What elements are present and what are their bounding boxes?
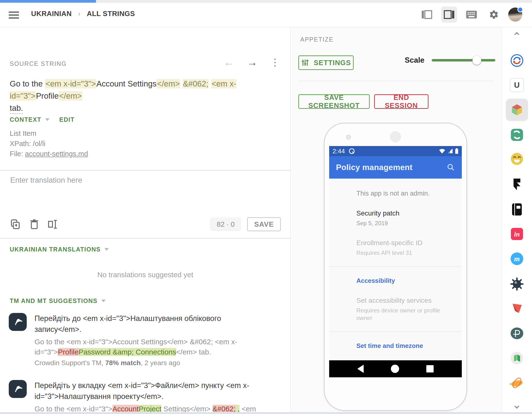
panel-right-layout-icon[interactable]: [441, 7, 457, 23]
integrations-rail: ⌃ U in m: [501, 27, 532, 414]
ukrainian-translations-header[interactable]: UKRAINIAN TRANSLATIONS: [10, 246, 109, 253]
policy-item-subtitle: Sep 5, 2019: [356, 219, 454, 227]
appetize-panel: APPETIZE SETTINGS Scale SAVE SCREENSHOT …: [291, 27, 501, 412]
flag-icon[interactable]: [505, 296, 529, 320]
home-icon[interactable]: [391, 365, 399, 373]
wifi-icon: [439, 148, 445, 154]
appetize-cube-icon[interactable]: [506, 99, 528, 121]
loading-strip: [0, 0, 532, 3]
chevron-down-icon: [104, 248, 109, 251]
app-title: Policy management: [336, 163, 412, 172]
policy-item-subtitle: Requires device owner or profile owner: [356, 307, 454, 322]
invision-icon[interactable]: in: [505, 222, 529, 246]
policy-item[interactable]: Set accessibility servicesRequires devic…: [356, 296, 454, 322]
chevron-down-icon: [45, 118, 49, 121]
crowdin-tm-icon: [9, 380, 27, 398]
divider: [298, 81, 494, 81]
svg-text:in: in: [514, 230, 520, 238]
chevron-down-icon: [101, 299, 106, 302]
section-header[interactable]: Accessibility: [356, 277, 454, 285]
scale-slider-thumb[interactable]: [473, 56, 481, 65]
end-session-button[interactable]: END SESSION: [374, 94, 428, 109]
no-translations-message: No translations suggested yet: [0, 271, 291, 279]
marvel-icon[interactable]: m: [505, 247, 529, 270]
policy-item[interactable]: Enrollment-specific IDRequires API level…: [356, 239, 454, 257]
loading-progress-bar: [0, 0, 96, 3]
breadcrumb: UKRAINIAN › ALL STRINGS: [31, 10, 135, 18]
status-bar: 2:44: [329, 146, 462, 156]
save-button[interactable]: SAVE: [247, 217, 281, 231]
save-screenshot-button[interactable]: SAVE SCREENSHOT: [298, 94, 370, 109]
section-header[interactable]: Set time and timezone: [356, 342, 454, 350]
context-edit-button[interactable]: EDIT: [59, 116, 75, 123]
editor-panel: SOURCE STRING ← → ⋮ Go to the <em x-id="…: [0, 27, 291, 412]
collapse-down-icon[interactable]: ⌄: [505, 393, 529, 414]
collapse-up-icon[interactable]: ⌃: [505, 25, 529, 48]
u-app-icon[interactable]: U: [505, 73, 529, 97]
book-icon[interactable]: [505, 198, 529, 221]
sliders-icon: [301, 58, 309, 67]
gear-icon[interactable]: [486, 7, 502, 23]
suggestion-target-text: Перейдіть у вкладку <em x-id="3">Файли</…: [35, 380, 280, 402]
divider: [0, 238, 291, 239]
tm-suggestion[interactable]: Перейдіть до <em x-id="3">Налаштування о…: [9, 313, 280, 367]
breadcrumb-strings[interactable]: ALL STRINGS: [87, 10, 135, 18]
char-word-counter: 82 · 0: [210, 217, 241, 231]
copy-source-icon[interactable]: [10, 219, 21, 230]
scale-slider[interactable]: [432, 59, 495, 61]
android-q-icon: [348, 148, 355, 154]
admin-note: This app is not an admin.: [356, 190, 454, 197]
camera-dot: [346, 135, 351, 140]
capture-icon[interactable]: [505, 123, 529, 146]
context-type: List Item: [10, 128, 88, 138]
device-emulator: 2:44 Policy management This app is not a…: [324, 123, 467, 411]
cell-signal-icon: [447, 148, 453, 154]
list-divider: [329, 331, 462, 332]
sync-icon[interactable]: [505, 49, 529, 72]
delete-icon[interactable]: [29, 219, 40, 230]
context-file-link[interactable]: account-settings.md: [25, 150, 88, 158]
svg-text:m: m: [514, 255, 520, 263]
appetize-settings-button[interactable]: SETTINGS: [298, 55, 354, 70]
keyboard-icon[interactable]: [464, 7, 480, 23]
framer-icon[interactable]: [505, 173, 529, 196]
tm-suggestions-header[interactable]: TM AND MT SUGGESTIONS: [10, 297, 106, 304]
mine-icon[interactable]: [505, 272, 529, 296]
next-string-icon[interactable]: →: [247, 57, 257, 67]
app-bar: Policy management: [329, 156, 462, 179]
context-file: File: account-settings.md: [10, 149, 88, 159]
policy-item-title: Enrollment-specific ID: [356, 239, 454, 247]
context-toggle[interactable]: CONTEXT: [10, 116, 49, 123]
appetize-label: APPETIZE: [300, 36, 333, 43]
policy-item[interactable]: Security patchSep 5, 2019: [356, 209, 454, 227]
back-icon[interactable]: [357, 365, 364, 373]
suggestion-target-text: Перейдіть до <em x-id="3">Налаштування о…: [35, 313, 280, 335]
chevron-right-icon: ›: [78, 10, 80, 18]
more-options-icon[interactable]: ⋮: [270, 57, 280, 67]
menu-icon[interactable]: [9, 10, 19, 20]
avatar[interactable]: [508, 8, 522, 22]
crowdin-tm-icon: [9, 313, 27, 331]
suggestion-meta: Crowdin Support's TM, 78% match, 2 years…: [35, 359, 280, 367]
p-coin-icon[interactable]: [505, 322, 529, 345]
policy-item-subtitle: Requires API level 31: [356, 249, 454, 257]
crowdin-editor: UKRAINIAN › ALL STRINGS SOURCE STRING ← …: [0, 0, 532, 414]
breadcrumb-language[interactable]: UKRAINIAN: [31, 10, 72, 18]
zeplin-icon[interactable]: [505, 371, 529, 394]
medium-icon[interactable]: [505, 347, 529, 370]
battery-icon: [455, 148, 458, 154]
tm-suggestion[interactable]: Перейдіть у вкладку <em x-id="3">Файли</…: [9, 380, 280, 414]
search-icon[interactable]: [447, 163, 455, 172]
context-xpath: XPath: /ol/li: [10, 138, 88, 149]
panel-left-layout-icon[interactable]: [419, 7, 435, 23]
source-string-text: Go to the <em x-id="3">Account Settings<…: [10, 78, 283, 114]
recents-icon[interactable]: [426, 365, 434, 373]
page-bottom-edge: [0, 412, 532, 414]
translation-input[interactable]: [10, 175, 280, 210]
emulator-screen[interactable]: 2:44 Policy management This app is not a…: [329, 146, 462, 377]
smiley-icon[interactable]: [505, 147, 529, 171]
previous-string-icon[interactable]: ←: [223, 57, 234, 67]
list-divider: [329, 266, 462, 267]
scale-label: Scale: [405, 56, 424, 65]
clear-text-icon[interactable]: [48, 219, 59, 230]
